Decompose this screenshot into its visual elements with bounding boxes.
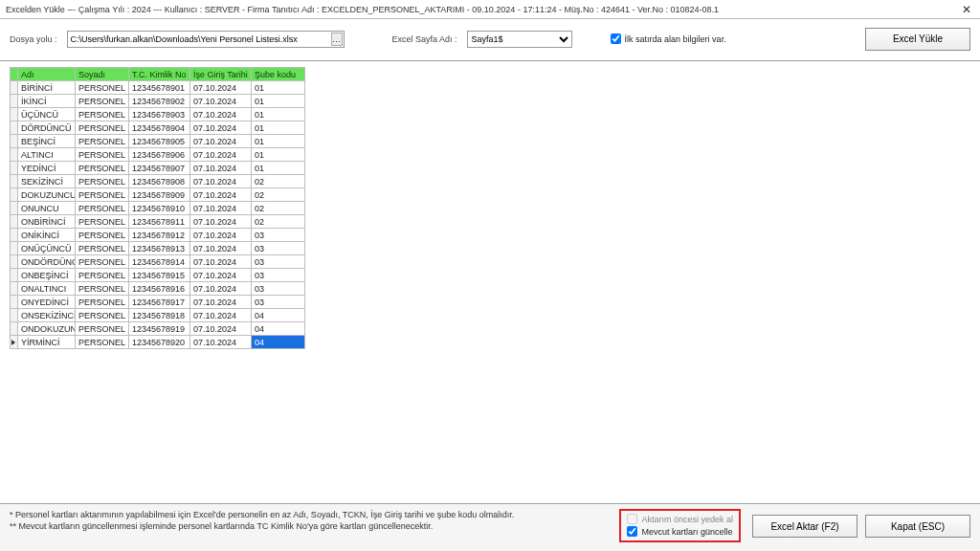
cell-adi[interactable]: DOKUZUNCU <box>18 188 76 202</box>
cell-adi[interactable]: ONSEKİZİNCİ <box>18 309 76 322</box>
cell-sube[interactable]: 01 <box>252 162 305 175</box>
cell-adi[interactable]: YİRMİNCİ <box>18 336 76 349</box>
cell-tckn[interactable]: 12345678917 <box>129 296 190 309</box>
cell-tarih[interactable]: 07.10.2024 <box>190 121 252 135</box>
table-row[interactable]: BEŞİNCİPERSONEL1234567890507.10.202401 <box>11 135 305 148</box>
cell-tckn[interactable]: 12345678905 <box>129 135 190 148</box>
table-row[interactable]: ONBEŞİNCİPERSONEL1234567891507.10.202403 <box>11 269 305 282</box>
cell-tckn[interactable]: 12345678916 <box>129 282 190 296</box>
cell-sube[interactable]: 03 <box>252 242 305 255</box>
cell-tckn[interactable]: 12345678912 <box>129 229 190 242</box>
cell-sube[interactable]: 01 <box>252 148 305 162</box>
cell-adi[interactable]: ONYEDİNCİ <box>18 296 76 309</box>
cell-soyadi[interactable]: PERSONEL <box>76 135 129 148</box>
table-row[interactable]: ONDÖRDÜNCÜPERSONEL1234567891407.10.20240… <box>11 255 305 269</box>
cell-soyadi[interactable]: PERSONEL <box>76 255 129 269</box>
table-row[interactable]: ONBİRİNCİPERSONEL1234567891107.10.202402 <box>11 215 305 229</box>
cell-soyadi[interactable]: PERSONEL <box>76 309 129 322</box>
cell-tckn[interactable]: 12345678904 <box>129 121 190 135</box>
cell-soyadi[interactable]: PERSONEL <box>76 175 129 188</box>
cell-tarih[interactable]: 07.10.2024 <box>190 242 252 255</box>
cell-soyadi[interactable]: PERSONEL <box>76 108 129 121</box>
first-row-checkbox[interactable]: İlk satırda alan bilgileri var. <box>611 33 726 44</box>
col-sube[interactable]: Şube kodu <box>252 68 305 81</box>
cell-adi[interactable]: BEŞİNCİ <box>18 135 76 148</box>
cell-tarih[interactable]: 07.10.2024 <box>190 322 252 336</box>
load-excel-button[interactable]: Excel Yükle <box>865 28 970 51</box>
cell-soyadi[interactable]: PERSONEL <box>76 81 129 95</box>
cell-tckn[interactable]: 12345678918 <box>129 309 190 322</box>
table-row[interactable]: İKİNCİPERSONEL1234567890207.10.202401 <box>11 95 305 108</box>
personnel-table[interactable]: Adı Soyadı T.C. Kimlik No İşe Giriş Tari… <box>10 67 305 349</box>
cell-tarih[interactable]: 07.10.2024 <box>190 95 252 108</box>
table-row[interactable]: ALTINCIPERSONEL1234567890607.10.202401 <box>11 148 305 162</box>
cell-adi[interactable]: ONDÖRDÜNCÜ <box>18 255 76 269</box>
table-row[interactable]: ÜÇÜNCÜPERSONEL1234567890307.10.202401 <box>11 108 305 121</box>
cell-adi[interactable]: BİRİNCİ <box>18 81 76 95</box>
cell-tckn[interactable]: 12345678919 <box>129 322 190 336</box>
cell-tarih[interactable]: 07.10.2024 <box>190 175 252 188</box>
cell-tckn[interactable]: 12345678909 <box>129 188 190 202</box>
cell-sube[interactable]: 01 <box>252 95 305 108</box>
cell-soyadi[interactable]: PERSONEL <box>76 215 129 229</box>
browse-button[interactable]: … <box>331 33 343 46</box>
cell-adi[interactable]: ONDOKUZUNCU <box>18 322 76 336</box>
cell-sube[interactable]: 03 <box>252 255 305 269</box>
cell-adi[interactable]: ONUNCU <box>18 202 76 215</box>
col-ise-giris[interactable]: İşe Giriş Tarihi <box>190 68 252 81</box>
backup-checkbox[interactable]: Aktarım öncesi yedek al <box>627 514 733 524</box>
table-row[interactable]: YEDİNCİPERSONEL1234567890707.10.202401 <box>11 162 305 175</box>
cell-tarih[interactable]: 07.10.2024 <box>190 296 252 309</box>
cell-sube[interactable]: 02 <box>252 215 305 229</box>
cell-tarih[interactable]: 07.10.2024 <box>190 162 252 175</box>
table-row[interactable]: DOKUZUNCUPERSONEL1234567890907.10.202402 <box>11 188 305 202</box>
cell-sube[interactable]: 04 <box>252 309 305 322</box>
cell-soyadi[interactable]: PERSONEL <box>76 336 129 349</box>
cell-tarih[interactable]: 07.10.2024 <box>190 188 252 202</box>
cell-sube[interactable]: 04 <box>252 322 305 336</box>
file-path-input[interactable] <box>67 31 345 48</box>
cell-soyadi[interactable]: PERSONEL <box>76 322 129 336</box>
cell-sube[interactable]: 01 <box>252 121 305 135</box>
cell-soyadi[interactable]: PERSONEL <box>76 188 129 202</box>
cell-tckn[interactable]: 12345678914 <box>129 255 190 269</box>
cell-tarih[interactable]: 07.10.2024 <box>190 336 252 349</box>
cell-adi[interactable]: SEKİZİNCİ <box>18 175 76 188</box>
close-button[interactable]: Kapat (ESC) <box>865 515 970 538</box>
cell-tarih[interactable]: 07.10.2024 <box>190 229 252 242</box>
cell-tckn[interactable]: 12345678908 <box>129 175 190 188</box>
cell-tarih[interactable]: 07.10.2024 <box>190 148 252 162</box>
cell-tarih[interactable]: 07.10.2024 <box>190 108 252 121</box>
table-row[interactable]: YİRMİNCİPERSONEL1234567892007.10.202404 <box>11 336 305 349</box>
cell-tckn[interactable]: 12345678901 <box>129 81 190 95</box>
cell-soyadi[interactable]: PERSONEL <box>76 202 129 215</box>
table-row[interactable]: ONALTINCIPERSONEL1234567891607.10.202403 <box>11 282 305 296</box>
cell-adi[interactable]: İKİNCİ <box>18 95 76 108</box>
cell-sube[interactable]: 02 <box>252 188 305 202</box>
cell-tckn[interactable]: 12345678906 <box>129 148 190 162</box>
cell-tarih[interactable]: 07.10.2024 <box>190 81 252 95</box>
table-row[interactable]: ONDOKUZUNCUPERSONEL1234567891907.10.2024… <box>11 322 305 336</box>
cell-sube[interactable]: 03 <box>252 269 305 282</box>
table-row[interactable]: ONYEDİNCİPERSONEL1234567891707.10.202403 <box>11 296 305 309</box>
cell-soyadi[interactable]: PERSONEL <box>76 296 129 309</box>
cell-tckn[interactable]: 12345678920 <box>129 336 190 349</box>
table-row[interactable]: ONUNCUPERSONEL1234567891007.10.202402 <box>11 202 305 215</box>
cell-tarih[interactable]: 07.10.2024 <box>190 309 252 322</box>
update-checkbox-input[interactable] <box>627 526 637 537</box>
cell-soyadi[interactable]: PERSONEL <box>76 148 129 162</box>
cell-adi[interactable]: ALTINCI <box>18 148 76 162</box>
cell-soyadi[interactable]: PERSONEL <box>76 269 129 282</box>
cell-soyadi[interactable]: PERSONEL <box>76 282 129 296</box>
cell-tckn[interactable]: 12345678907 <box>129 162 190 175</box>
cell-tarih[interactable]: 07.10.2024 <box>190 202 252 215</box>
cell-sube[interactable]: 04 <box>252 336 305 349</box>
cell-soyadi[interactable]: PERSONEL <box>76 95 129 108</box>
cell-soyadi[interactable]: PERSONEL <box>76 242 129 255</box>
first-row-checkbox-input[interactable] <box>611 33 621 44</box>
cell-adi[interactable]: DÖRDÜNCÜ <box>18 121 76 135</box>
col-adi[interactable]: Adı <box>18 68 76 81</box>
table-row[interactable]: SEKİZİNCİPERSONEL1234567890807.10.202402 <box>11 175 305 188</box>
cell-soyadi[interactable]: PERSONEL <box>76 229 129 242</box>
cell-sube[interactable]: 03 <box>252 229 305 242</box>
